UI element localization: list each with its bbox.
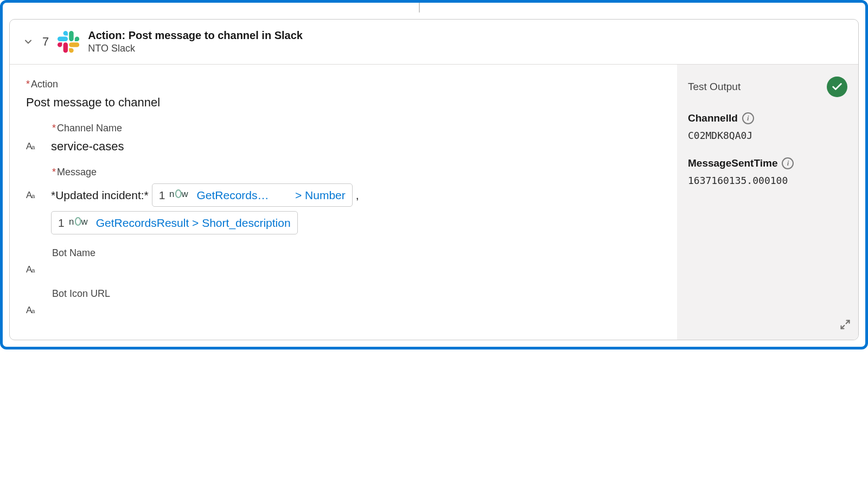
svg-text:n: n (69, 217, 74, 227)
field-channel-name: *Channel Name Aa service-cases (26, 123, 661, 154)
output-channelid-value: C02MDK8QA0J (688, 130, 847, 141)
pill-link-text: GetRecordsResult > Short_description (96, 217, 291, 230)
test-output-panel: Test Output ChannelId i C02MDK8QA0J Mess… (677, 65, 858, 340)
required-indicator: * (52, 123, 56, 133)
test-output-title: Test Output (688, 81, 741, 93)
pill-link-tail: > Number (295, 189, 346, 202)
field-message: *Message Aa *Updated incident:* 1 n (26, 167, 661, 234)
data-pill-short-description[interactable]: 1 n w GetRecordsResult > Short_descripti… (51, 211, 298, 234)
text-type-icon: Aa (26, 305, 41, 316)
bot-name-label: Bot Name (52, 247, 95, 258)
field-bot-icon-url: Bot Icon URL Aa (26, 288, 661, 316)
text-type-icon: Aa (26, 141, 41, 152)
expand-icon[interactable] (840, 319, 851, 332)
servicenow-icon: n w (169, 187, 192, 203)
action-subtitle: NTO Slack (88, 43, 303, 54)
output-channelid-label-row: ChannelId i (688, 112, 847, 124)
pill-link-head: GetRecords… (196, 189, 291, 202)
slack-icon (58, 31, 79, 53)
pill-source-number: 1 (159, 189, 165, 202)
action-label: Action (31, 79, 58, 90)
output-messagesent-label-row: MessageSentTime i (688, 157, 847, 169)
channel-name-value[interactable]: service-cases (51, 139, 124, 154)
svg-text:w: w (181, 189, 189, 199)
success-check-icon (827, 77, 847, 97)
servicenow-icon: n w (69, 215, 92, 231)
info-icon[interactable]: i (782, 157, 794, 169)
field-action: *Action Post message to channel (26, 79, 661, 110)
action-config-panel: *Action Post message to channel *Channel… (10, 65, 677, 340)
channel-name-label: Channel Name (57, 123, 122, 133)
bot-icon-url-label: Bot Icon URL (52, 288, 110, 299)
text-type-icon: Aa (26, 264, 41, 275)
step-number: 7 (42, 35, 49, 49)
output-channelid-label: ChannelId (688, 112, 738, 124)
chevron-down-icon[interactable] (23, 36, 34, 47)
svg-text:n: n (169, 189, 174, 199)
pill-source-number: 1 (58, 217, 65, 230)
message-value[interactable]: *Updated incident:* 1 n w (51, 183, 359, 207)
card-header: 7 Action: Post message to channel in Sla… (10, 20, 858, 65)
action-card: 7 Action: Post message to channel in Sla… (9, 19, 859, 340)
svg-text:w: w (80, 217, 88, 227)
field-bot-name: Bot Name Aa (26, 247, 661, 275)
text-type-icon: Aa (26, 190, 41, 201)
message-separator: , (356, 189, 359, 202)
svg-point-2 (176, 190, 181, 198)
action-title: Action: Post message to channel in Slack (88, 29, 303, 42)
info-icon[interactable]: i (742, 112, 754, 124)
message-label: Message (57, 167, 97, 177)
required-indicator: * (52, 167, 56, 177)
connector-line (9, 9, 859, 17)
data-pill-number[interactable]: 1 n w GetRecords… > Number (152, 183, 353, 207)
action-value[interactable]: Post message to channel (26, 96, 160, 110)
svg-point-5 (75, 218, 81, 225)
output-messagesent-value: 1637160135.000100 (688, 175, 847, 186)
required-indicator: * (26, 79, 30, 90)
output-messagesent-label: MessageSentTime (688, 157, 777, 169)
message-prefix: *Updated incident:* (51, 189, 149, 202)
